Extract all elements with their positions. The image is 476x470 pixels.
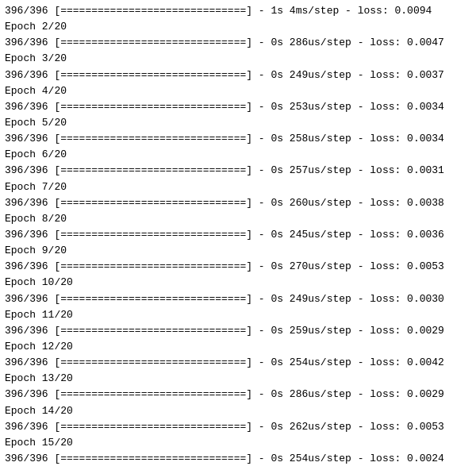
terminal-line: Epoch 4/20: [5, 83, 471, 99]
terminal-line: 396/396 [==============================]…: [5, 195, 471, 211]
terminal-line: Epoch 5/20: [5, 115, 471, 131]
terminal-line: Epoch 3/20: [5, 51, 471, 67]
terminal-line: 396/396 [==============================]…: [5, 67, 471, 83]
terminal-line: Epoch 10/20: [5, 275, 471, 291]
terminal-line: 396/396 [==============================]…: [5, 131, 471, 147]
terminal-line: 396/396 [==============================]…: [5, 419, 471, 435]
terminal-line: 396/396 [==============================]…: [5, 355, 471, 371]
terminal-line: Epoch 12/20: [5, 339, 471, 355]
terminal-line: Epoch 6/20: [5, 147, 471, 163]
terminal-line: 396/396 [==============================]…: [5, 291, 471, 307]
terminal-line: Epoch 9/20: [5, 243, 471, 259]
terminal-line: 396/396 [==============================]…: [5, 35, 471, 51]
terminal-line: Epoch 2/20: [5, 19, 471, 35]
terminal-line: Epoch 11/20: [5, 307, 471, 323]
terminal-line: 396/396 [==============================]…: [5, 163, 471, 179]
terminal-line: 396/396 [==============================]…: [5, 323, 471, 339]
terminal-line: Epoch 14/20: [5, 403, 471, 419]
terminal-output: 396/396 [==============================]…: [0, 0, 476, 470]
terminal-line: 396/396 [==============================]…: [5, 99, 471, 115]
terminal-line: Epoch 8/20: [5, 211, 471, 227]
terminal-line: Epoch 16/20: [5, 467, 471, 470]
terminal-line: Epoch 15/20: [5, 435, 471, 451]
terminal-line: Epoch 13/20: [5, 371, 471, 387]
terminal-line: 396/396 [==============================]…: [5, 3, 471, 19]
terminal-line: 396/396 [==============================]…: [5, 227, 471, 243]
terminal-line: Epoch 7/20: [5, 179, 471, 195]
terminal-line: 396/396 [==============================]…: [5, 451, 471, 467]
terminal-line: 396/396 [==============================]…: [5, 259, 471, 275]
terminal-line: 396/396 [==============================]…: [5, 387, 471, 403]
